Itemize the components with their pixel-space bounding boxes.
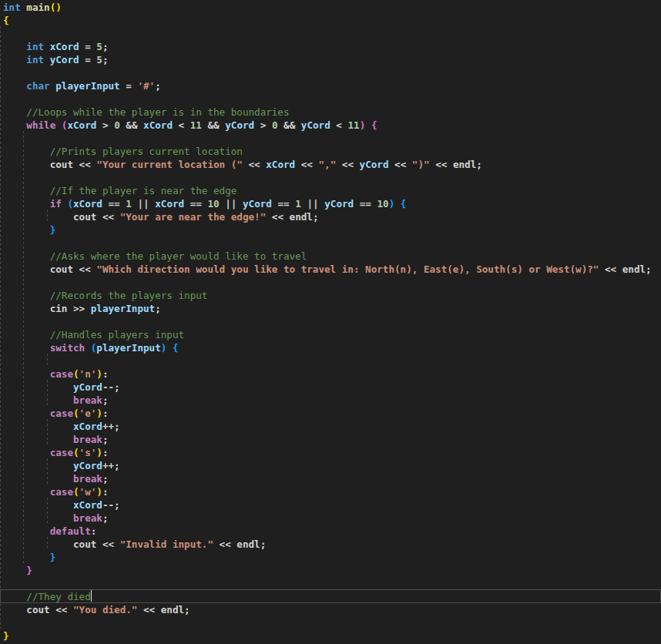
code-token — [3, 185, 50, 196]
code-line[interactable]: break; — [3, 472, 661, 485]
code-line[interactable]: switch (playerInput) { — [3, 341, 661, 354]
code-line[interactable]: case('n'): — [3, 367, 661, 381]
code-token: ; — [155, 303, 161, 314]
code-token: playerInput — [91, 303, 155, 314]
code-token: ")" — [412, 159, 430, 170]
code-token: cout << — [3, 211, 120, 223]
code-line[interactable] — [3, 236, 661, 250]
code-token: 's' — [79, 447, 97, 458]
code-line[interactable] — [3, 27, 661, 40]
code-token: int — [26, 54, 44, 65]
code-line[interactable]: cout << "Which direction would you like … — [3, 263, 661, 276]
code-line[interactable]: break; — [3, 433, 661, 446]
code-token: } — [50, 224, 56, 236]
code-line[interactable]: break; — [3, 394, 661, 407]
code-line[interactable] — [3, 92, 661, 106]
code-line[interactable]: default: — [3, 525, 661, 538]
code-line[interactable]: //Handles players input — [3, 328, 661, 341]
code-line[interactable]: //They died — [3, 590, 661, 603]
code-line[interactable]: //Records the players input — [3, 289, 661, 302]
code-token: while — [26, 119, 55, 131]
code-line[interactable]: int xCord = 5; — [3, 40, 661, 53]
code-line[interactable] — [3, 354, 661, 367]
code-token: << endl; — [213, 538, 266, 550]
code-line[interactable]: cout << "Invalid input." << endl; — [3, 538, 661, 551]
code-editor[interactable]: int main(){ int xCord = 5; int yCord = 5… — [0, 0, 661, 644]
code-token: { — [401, 198, 407, 210]
code-token: yCord — [50, 54, 79, 65]
code-line[interactable]: //Asks where the player would like to tr… — [3, 250, 661, 263]
code-line[interactable]: //If the player is near the edge — [3, 184, 661, 197]
code-line[interactable]: break; — [3, 512, 661, 525]
code-token: 5 — [96, 41, 102, 52]
code-line[interactable]: //Loops while the player is in the bound… — [3, 106, 661, 119]
code-line[interactable]: char playerInput = '#'; — [3, 79, 661, 92]
code-line[interactable]: cout << "Your are near the edge!" << end… — [3, 210, 661, 223]
code-line[interactable]: xCord--; — [3, 498, 661, 512]
code-token: ) — [96, 486, 102, 498]
code-line[interactable]: } — [3, 629, 661, 642]
code-token — [166, 342, 173, 354]
code-token: 'n' — [79, 368, 97, 380]
code-token: default — [50, 525, 91, 537]
code-token: yCord — [243, 198, 272, 210]
code-line[interactable]: xCord++; — [3, 420, 661, 433]
code-token — [3, 512, 73, 524]
code-token: yCord — [225, 119, 254, 131]
code-line[interactable]: cout << "You died." << endl; — [3, 603, 661, 616]
code-token — [55, 119, 62, 131]
code-token: && — [202, 119, 225, 131]
code-token: case — [50, 447, 73, 458]
code-line[interactable]: if (xCord == 1 || xCord == 10 || yCord =… — [3, 197, 661, 210]
code-token — [3, 408, 50, 419]
code-line[interactable] — [3, 577, 661, 590]
code-line[interactable]: } — [3, 223, 661, 236]
code-line[interactable]: while (xCord > 0 && xCord < 11 && yCord … — [3, 119, 661, 132]
code-line[interactable]: case('s'): — [3, 446, 661, 459]
code-token: 1 — [295, 198, 301, 210]
code-line[interactable]: int yCord = 5; — [3, 53, 661, 66]
code-token — [3, 591, 26, 602]
code-token: ( — [73, 486, 79, 498]
code-line[interactable]: { — [3, 14, 661, 27]
code-token: ( — [67, 198, 73, 210]
code-token: ; — [102, 394, 109, 406]
code-token: yCord — [301, 119, 330, 131]
code-token: { — [3, 15, 9, 26]
code-line[interactable] — [3, 132, 661, 145]
code-line[interactable]: yCord--; — [3, 381, 661, 394]
code-token: > — [96, 119, 114, 131]
code-token: << — [389, 159, 412, 170]
code-token: == — [102, 198, 126, 210]
code-line[interactable] — [3, 66, 661, 79]
indent-guide — [0, 26, 1, 629]
code-line[interactable]: } — [3, 551, 661, 564]
code-line[interactable]: //Prints players current location — [3, 145, 661, 158]
code-token: ; — [102, 434, 109, 445]
code-line[interactable]: case('e'): — [3, 407, 661, 420]
code-token: < — [173, 119, 190, 131]
code-token: case — [50, 408, 73, 419]
code-line[interactable]: cin >> playerInput; — [3, 302, 661, 315]
code-line[interactable] — [3, 315, 661, 328]
code-line[interactable]: case('w'): — [3, 485, 661, 498]
code-line[interactable] — [3, 616, 661, 629]
code-line[interactable]: int main() — [3, 1, 661, 14]
code-token: xCord — [67, 119, 96, 131]
code-token — [44, 41, 50, 52]
code-token: = — [79, 41, 97, 52]
code-token — [3, 565, 26, 576]
code-line[interactable]: } — [3, 564, 661, 577]
code-line[interactable]: cout << "Your current location (" << xCo… — [3, 158, 661, 171]
code-token: = — [120, 80, 138, 92]
code-token: ; — [102, 473, 109, 485]
code-token: switch — [50, 342, 86, 354]
code-token: "Your are near the edge!" — [120, 211, 267, 223]
code-line[interactable] — [3, 276, 661, 289]
code-token: cout << — [3, 538, 120, 550]
code-line[interactable] — [3, 171, 661, 184]
code-token: ( — [73, 368, 79, 380]
code-line[interactable]: yCord++; — [3, 459, 661, 472]
code-token — [3, 224, 50, 236]
code-token: case — [50, 486, 73, 498]
